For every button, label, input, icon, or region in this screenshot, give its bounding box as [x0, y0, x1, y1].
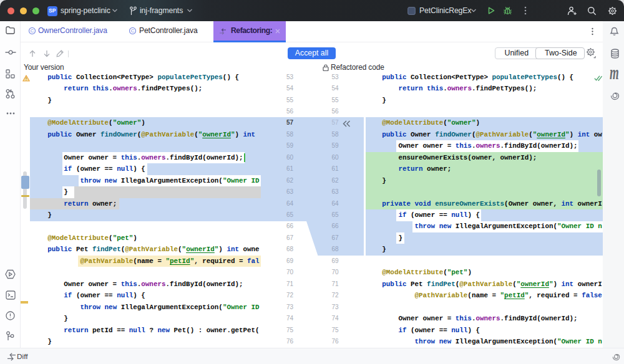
svg-text:C: C [131, 28, 135, 34]
svg-text:C: C [31, 28, 34, 34]
